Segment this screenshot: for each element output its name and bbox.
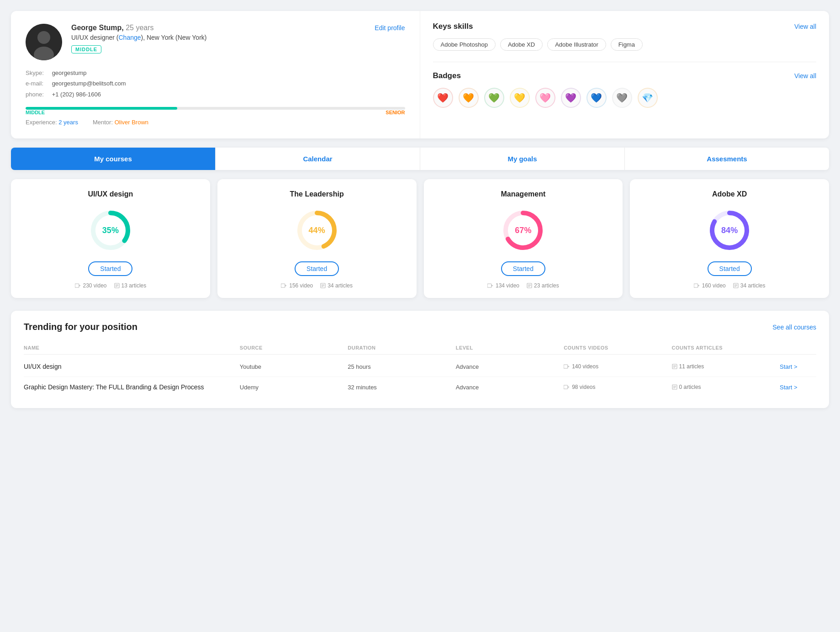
skills-section-header: Keys skills View all [433,22,817,31]
row-articles: 11 articles [672,363,780,370]
course-meta: 156 video 34 articles [225,282,409,289]
svg-rect-5 [75,284,79,287]
row-level: Advance [456,363,564,370]
skill-tag: Adobe Illustrator [547,38,606,51]
badges-title: Badges [433,71,461,80]
svg-rect-35 [564,365,568,368]
change-role-link[interactable]: Change [118,34,141,41]
course-meta: 134 video 23 articles [431,282,616,289]
badge-item: 🩷 [535,88,555,108]
courses-row: UI/UX design 35% Started 230 video 13 ar… [11,179,829,298]
badge-item: 💛 [510,88,530,108]
started-button[interactable]: Started [708,261,752,276]
row-duration: 32 minutes [348,384,455,391]
articles-meta: 13 articles [114,282,147,289]
badges-section: Badges View all ❤️ 🧡 💚 💛 🩷 💜 💙 🩶 💎 [433,62,817,108]
svg-rect-21 [487,284,491,287]
see-all-courses-link[interactable]: See all courses [772,324,816,331]
trending-title: Trending for your position [24,322,137,332]
badge-item: 💎 [638,88,658,108]
avatar [26,24,62,60]
skills-tags: Adobe Photoshop Adobe XD Adobe Illustrat… [433,38,817,51]
svg-marker-36 [568,366,570,367]
svg-marker-6 [79,285,81,287]
badge-item: 🧡 [459,88,479,108]
course-title: UI/UX design [18,190,203,198]
badge-item: 💚 [484,88,504,108]
start-link[interactable]: Start > [780,384,816,391]
row-level: Advance [456,384,564,391]
video-meta: 156 video [281,282,313,289]
started-button[interactable]: Started [295,261,339,276]
progress-section: MIDDLE SENIOR Experience: 2 years Mentor… [26,107,405,126]
row-name: UI/UX design [24,363,240,370]
svg-rect-29 [694,284,698,287]
svg-marker-30 [698,285,700,287]
profile-info: George Stump, 25 years Edit profile UI/U… [71,24,405,59]
donut-label: 67% [515,226,531,235]
tab-my-courses[interactable]: My courses [11,148,216,170]
profile-card: George Stump, 25 years Edit profile UI/U… [11,11,420,138]
course-title: Adobe XD [637,190,822,198]
svg-marker-14 [285,285,287,287]
profile-header: George Stump, 25 years Edit profile UI/U… [26,24,405,60]
course-card-management: Management 67% Started 134 video 23 arti… [424,179,623,298]
course-title: The Leadership [225,190,409,198]
profile-skills-row: George Stump, 25 years Edit profile UI/U… [11,11,829,138]
skill-tag: Adobe XD [500,38,543,51]
level-badge: MIDDLE [71,45,101,53]
skills-view-all[interactable]: View all [794,23,816,30]
tab-calendar[interactable]: Calendar [216,148,420,170]
row-videos: 140 videos [564,363,671,370]
svg-rect-41 [564,385,568,389]
row-name: Graphic Design Mastery: The FULL Brandin… [24,383,240,391]
skills-badges-card: Keys skills View all Adobe Photoshop Ado… [420,11,829,138]
table-header: NAME SOURCE DURATION LEVEL COUNTS VIDEOS… [24,341,816,355]
tab-assessments[interactable]: Assesments [625,148,829,170]
profile-name-row: George Stump, 25 years Edit profile [71,24,405,32]
svg-marker-22 [491,285,493,287]
row-source: Udemy [240,384,348,391]
edit-profile-link[interactable]: Edit profile [375,24,405,32]
trending-header: Trending for your position See all cours… [24,322,816,332]
course-card-leadership: The Leadership 44% Started 156 video 34 … [217,179,417,298]
badges-header: Badges View all [433,71,817,80]
donut-label: 35% [102,226,119,235]
video-meta: 160 video [694,282,726,289]
articles-meta: 34 articles [733,282,766,289]
svg-point-1 [37,31,50,44]
donut-label: 44% [309,226,325,235]
badge-item: 💜 [561,88,581,108]
course-meta: 230 video 13 articles [18,282,203,289]
course-meta: 160 video 34 articles [637,282,822,289]
row-videos: 98 videos [564,384,671,390]
course-card-adobexd: Adobe XD 84% Started 160 video 34 articl… [630,179,829,298]
badge-item: 💙 [586,88,607,108]
donut-adobexd: 84% [707,207,752,253]
donut-leadership: 44% [294,207,340,253]
svg-rect-13 [281,284,285,287]
profile-role: UI/UX designer (Change), New York (New Y… [71,34,405,41]
trending-section: Trending for your position See all cours… [11,311,829,408]
badges-view-all[interactable]: View all [794,72,816,80]
donut-uiux: 35% [88,207,133,253]
started-button[interactable]: Started [88,261,132,276]
profile-name: George Stump, 25 years [71,24,154,32]
skills-title: Keys skills [433,22,473,31]
badges-row: ❤️ 🧡 💚 💛 🩷 💜 💙 🩶 💎 [433,88,817,108]
row-source: Youtube [240,363,348,370]
row-articles: 0 articles [672,384,780,390]
course-title: Management [431,190,616,198]
started-button[interactable]: Started [501,261,545,276]
tab-my-goals[interactable]: My goals [420,148,625,170]
video-meta: 134 video [487,282,519,289]
table-row: UI/UX design Youtube 25 hours Advance 14… [24,356,816,377]
donut-label: 84% [721,226,738,235]
articles-meta: 34 articles [320,282,353,289]
start-link[interactable]: Start > [780,363,816,370]
tabs-row: My courses Calendar My goals Assesments [11,148,829,170]
mentor-link[interactable]: Oliver Brown [115,119,148,126]
donut-management: 67% [500,207,546,253]
progress-labels: MIDDLE SENIOR [26,110,405,115]
experience-row: Experience: 2 years Mentor: Oliver Brown [26,119,405,126]
